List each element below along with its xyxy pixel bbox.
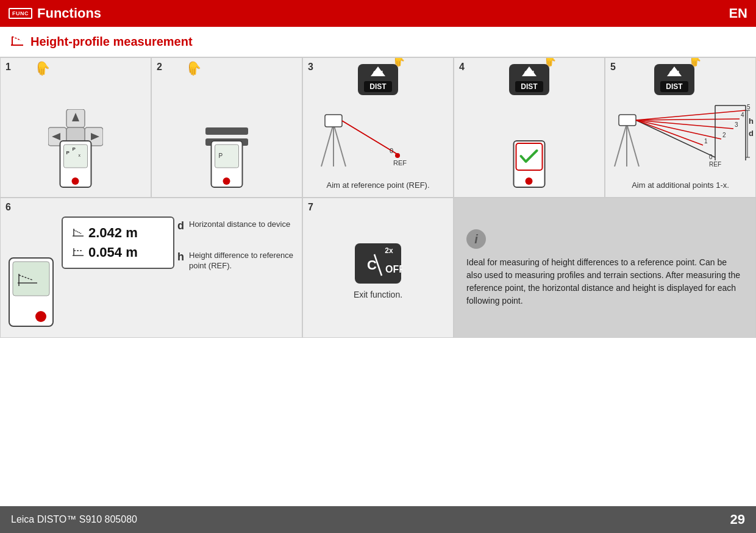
- footer-product: Leica DISTO™ S910 805080: [11, 514, 137, 525]
- svg-line-2: [12, 37, 21, 40]
- svg-rect-54: [619, 115, 636, 126]
- info-text: Ideal for measuring of height difference…: [466, 256, 743, 307]
- svg-rect-19: [205, 127, 248, 135]
- section-title-bar: Height-profile measurement: [0, 27, 756, 57]
- panel-number-2: 2: [157, 62, 162, 73]
- label-h: h: [177, 251, 184, 263]
- svg-point-35: [395, 153, 400, 158]
- desc-h: Height difference to reference point (RE…: [189, 251, 302, 271]
- svg-text:REF: REF: [393, 159, 407, 166]
- svg-text:2x: 2x: [385, 246, 393, 255]
- svg-text:0: 0: [709, 154, 713, 160]
- svg-point-45: [526, 177, 533, 185]
- svg-text:ON: ON: [669, 70, 680, 77]
- svg-point-24: [223, 177, 230, 185]
- panel-6: 6 2.042 m: [0, 198, 302, 338]
- header-title: Functions: [37, 5, 101, 21]
- svg-line-84: [74, 230, 81, 234]
- panel-7-caption: Exit function.: [354, 290, 402, 299]
- svg-line-53: [627, 124, 639, 166]
- svg-line-30: [321, 124, 333, 166]
- panel-number-4: 4: [459, 62, 465, 73]
- svg-text:2: 2: [722, 132, 726, 138]
- svg-rect-33: [325, 115, 342, 127]
- display-value-h: 0.054 m: [88, 245, 138, 260]
- svg-rect-14: [64, 145, 88, 168]
- svg-line-51: [615, 124, 627, 166]
- svg-text:1: 1: [704, 138, 708, 145]
- display-value-d: 2.042 m: [88, 225, 138, 241]
- header: FUNC Functions EN: [0, 0, 756, 27]
- panel-4: 4 🤚 ON DIST: [454, 57, 605, 198]
- label-d: d: [177, 220, 184, 232]
- svg-text:OFF: OFF: [385, 264, 402, 274]
- svg-line-32: [333, 124, 346, 166]
- svg-text:3: 3: [735, 121, 738, 128]
- info-panel: i Ideal for measuring of height differen…: [454, 198, 756, 338]
- panel-number-6: 6: [5, 202, 11, 213]
- panel-number-5: 5: [610, 62, 616, 73]
- panel-number-3: 3: [308, 62, 313, 73]
- svg-text:P: P: [66, 150, 70, 156]
- panel-2: 2 🤚 P: [151, 57, 302, 198]
- svg-point-18: [72, 177, 79, 185]
- svg-marker-3: [11, 43, 13, 45]
- panel-number-7: 7: [308, 202, 313, 213]
- footer: Leica DISTO™ S910 805080 29: [0, 506, 756, 533]
- language-indicator: EN: [729, 5, 747, 21]
- svg-text:P: P: [73, 146, 76, 152]
- panel-1: 1 🤚 P P: [0, 57, 151, 198]
- svg-text:5: 5: [747, 104, 751, 110]
- panel-5: 5 🤚 ON DIST: [605, 57, 756, 198]
- desc-d: Horizontal distance to device: [189, 220, 290, 230]
- panel-3-caption: Aim at reference point (REF).: [303, 178, 453, 192]
- svg-text:0: 0: [390, 147, 393, 154]
- svg-text:ON: ON: [373, 70, 383, 77]
- section-icon: [9, 32, 26, 52]
- panel-3: 3 🤚 ON DIST REF 0: [302, 57, 454, 198]
- panel-5-caption: Aim at additional points 1-x.: [605, 178, 755, 192]
- svg-text:DIST: DIST: [521, 82, 538, 91]
- svg-text:P: P: [219, 152, 223, 159]
- footer-page: 29: [730, 512, 745, 528]
- panels-grid: 1 🤚 P P: [0, 57, 756, 338]
- header-left: FUNC Functions: [9, 5, 101, 21]
- svg-rect-77: [13, 262, 49, 296]
- svg-text:d: d: [749, 129, 754, 138]
- svg-text:4: 4: [741, 112, 744, 118]
- svg-text:C: C: [367, 257, 377, 273]
- svg-text:x: x: [79, 153, 81, 157]
- panel-number-1: 1: [5, 62, 11, 73]
- svg-text:REF: REF: [709, 161, 721, 168]
- info-icon: i: [466, 229, 486, 249]
- panel-7: 7 2x C OFF Exit function.: [302, 198, 454, 338]
- svg-text:ON: ON: [524, 70, 535, 77]
- svg-text:h: h: [749, 116, 754, 126]
- svg-point-81: [35, 311, 46, 322]
- func-badge: FUNC: [9, 8, 32, 19]
- section-title: Height-profile measurement: [30, 35, 193, 49]
